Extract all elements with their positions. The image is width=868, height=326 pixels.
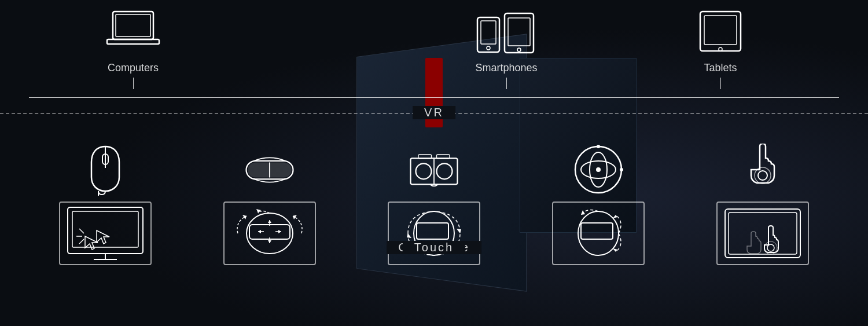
touch-icon xyxy=(737,144,789,196)
computers-tick xyxy=(133,78,134,89)
oculus-icon xyxy=(244,144,296,196)
svg-marker-37 xyxy=(268,220,271,223)
svg-rect-4 xyxy=(481,21,496,44)
tablets-label: Tablets xyxy=(704,62,737,74)
svg-point-61 xyxy=(758,171,767,180)
vr-item-touch: Touch xyxy=(711,144,815,265)
svg-marker-20 xyxy=(97,230,109,244)
vr-items-container: Mouse xyxy=(0,144,868,265)
svg-marker-33 xyxy=(258,230,261,233)
svg-point-42 xyxy=(437,163,453,179)
svg-marker-29 xyxy=(242,215,247,219)
svg-marker-49 xyxy=(407,233,411,238)
vr-item-oculus: Oculus xyxy=(218,144,322,265)
svg-rect-15 xyxy=(68,207,143,254)
cardboard-preview xyxy=(388,202,480,265)
svg-marker-39 xyxy=(268,240,271,243)
svg-rect-57 xyxy=(581,223,613,239)
gyroscope-icon xyxy=(572,144,624,196)
tablet-icon xyxy=(694,9,746,57)
timeline-section: Computers Smartphones xyxy=(0,0,868,133)
gyroscope-preview xyxy=(552,202,645,265)
timeline-line xyxy=(29,97,839,98)
svg-rect-64 xyxy=(729,213,797,254)
svg-point-8 xyxy=(517,48,521,52)
cardboard-icon xyxy=(408,144,460,196)
svg-point-41 xyxy=(416,163,432,179)
svg-line-23 xyxy=(79,239,84,244)
svg-rect-9 xyxy=(700,12,741,51)
device-tablets: Tablets xyxy=(694,9,746,89)
svg-point-27 xyxy=(247,213,293,254)
svg-line-21 xyxy=(79,229,84,233)
svg-rect-63 xyxy=(725,209,800,258)
svg-rect-7 xyxy=(508,18,530,46)
svg-point-62 xyxy=(755,167,771,184)
smartphones-tick xyxy=(506,78,507,89)
svg-rect-0 xyxy=(113,12,153,39)
svg-marker-48 xyxy=(457,229,461,233)
svg-rect-1 xyxy=(107,39,159,44)
svg-marker-35 xyxy=(278,230,281,233)
computers-label: Computers xyxy=(108,62,159,74)
tablets-tick xyxy=(720,78,721,89)
svg-point-5 xyxy=(487,46,490,50)
svg-rect-2 xyxy=(116,14,150,36)
vr-item-mouse: Mouse xyxy=(53,144,157,265)
device-smartphones: Smartphones xyxy=(475,9,538,89)
laptop-icon xyxy=(104,9,162,57)
touch-preview xyxy=(716,202,809,265)
smartphones-icon xyxy=(475,9,538,57)
svg-point-54 xyxy=(597,145,600,148)
svg-rect-10 xyxy=(704,16,737,45)
oculus-preview xyxy=(223,202,316,265)
mouse-preview xyxy=(59,202,152,265)
svg-marker-59 xyxy=(613,248,617,252)
touch-label: Touch xyxy=(403,241,465,254)
svg-marker-30 xyxy=(293,215,297,219)
device-computers: Computers xyxy=(104,9,162,89)
svg-point-53 xyxy=(596,167,601,172)
svg-rect-47 xyxy=(417,223,448,239)
vr-label: VR xyxy=(413,106,455,119)
vr-item-gyroscope: Gyroscope xyxy=(546,144,650,265)
svg-point-65 xyxy=(767,244,774,251)
svg-rect-28 xyxy=(249,225,290,239)
mouse-icon xyxy=(79,144,131,196)
svg-point-55 xyxy=(620,168,623,171)
smartphones-label: Smartphones xyxy=(475,62,537,74)
svg-marker-58 xyxy=(613,215,617,218)
vr-controls-section: Mouse xyxy=(0,135,868,326)
svg-marker-60 xyxy=(581,210,585,215)
svg-rect-6 xyxy=(505,13,534,53)
